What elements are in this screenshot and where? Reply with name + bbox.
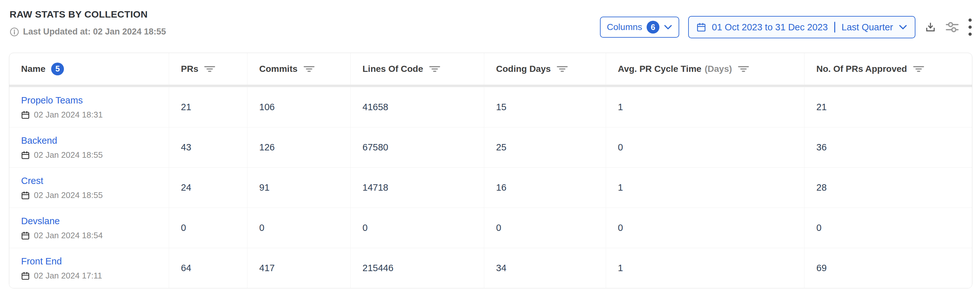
columns-count-badge: 6 bbox=[647, 21, 659, 33]
filter-lines-icon[interactable] bbox=[738, 65, 749, 73]
more-options-button[interactable] bbox=[968, 18, 972, 37]
prs-approved-cell: 0 bbox=[805, 208, 972, 248]
collection-name-cell: Devslane 02 Jan 2024 18:54 bbox=[9, 208, 169, 248]
column-label: Avg. PR Cycle Time bbox=[618, 64, 701, 74]
row-updated-text: 02 Jan 2024 17:11 bbox=[34, 271, 102, 281]
column-header-lines-of-code: Lines Of Code bbox=[351, 53, 484, 85]
calendar-icon bbox=[21, 272, 30, 280]
avg-pr-cycle-time-cell: 0 bbox=[606, 127, 805, 167]
prs-approved-cell: 36 bbox=[805, 127, 972, 167]
table-row: Crest 02 Jan 2024 18:55 24 91 14718 16 1… bbox=[9, 167, 972, 208]
commits-cell: 0 bbox=[247, 208, 351, 248]
calendar-icon bbox=[21, 191, 30, 200]
column-header-prs-approved: No. Of PRs Approved bbox=[805, 53, 972, 85]
row-updated-text: 02 Jan 2024 18:54 bbox=[34, 230, 103, 240]
columns-button-label: Columns bbox=[607, 22, 642, 32]
download-icon bbox=[924, 21, 937, 33]
download-button[interactable] bbox=[924, 21, 937, 33]
sliders-icon bbox=[945, 21, 959, 34]
chevron-down-icon bbox=[664, 24, 672, 30]
coding-days-cell: 0 bbox=[484, 208, 606, 248]
column-label: Name bbox=[21, 64, 45, 74]
lines-of-code-cell: 14718 bbox=[351, 168, 484, 208]
collection-name-cell: Front End 02 Jan 2024 17:11 bbox=[9, 248, 169, 288]
filter-lines-icon[interactable] bbox=[303, 65, 315, 73]
collection-link[interactable]: Crest bbox=[21, 176, 43, 186]
row-updated: 02 Jan 2024 18:31 bbox=[21, 110, 103, 120]
name-count-badge: 5 bbox=[51, 63, 64, 75]
coding-days-cell: 34 bbox=[484, 248, 606, 288]
commits-cell: 417 bbox=[247, 248, 351, 288]
page-title: RAW STATS BY COLLECTION bbox=[10, 9, 166, 20]
row-updated: 02 Jan 2024 18:54 bbox=[21, 230, 103, 240]
prs-cell: 0 bbox=[169, 208, 247, 248]
calendar-icon bbox=[21, 151, 30, 159]
collection-link[interactable]: Devslane bbox=[21, 216, 60, 226]
commits-cell: 91 bbox=[247, 168, 351, 208]
calendar-icon bbox=[697, 22, 706, 32]
row-updated-text: 02 Jan 2024 18:55 bbox=[34, 150, 103, 160]
column-header-commits: Commits bbox=[247, 53, 351, 85]
row-updated: 02 Jan 2024 18:55 bbox=[21, 150, 103, 160]
date-range-button[interactable]: 01 Oct 2023 to 31 Dec 2023 Last Quarter bbox=[688, 16, 915, 38]
table-row: Front End 02 Jan 2024 17:11 64 417 21544… bbox=[9, 248, 972, 288]
prs-approved-cell: 21 bbox=[805, 87, 972, 127]
row-updated: 02 Jan 2024 18:55 bbox=[21, 191, 103, 200]
calendar-icon bbox=[21, 231, 30, 240]
avg-pr-cycle-time-cell: 0 bbox=[606, 208, 805, 248]
table-settings-button[interactable] bbox=[945, 21, 959, 34]
header-controls: Columns 6 01 Oct 2023 to 31 Dec 2023 Las… bbox=[600, 16, 972, 38]
column-label: No. Of PRs Approved bbox=[816, 64, 907, 74]
button-divider bbox=[834, 22, 835, 33]
collection-name-cell: Crest 02 Jan 2024 18:55 bbox=[9, 168, 169, 208]
prs-approved-cell: 28 bbox=[805, 168, 972, 208]
last-updated-status: Last Updated at: 02 Jan 2024 18:55 bbox=[10, 27, 166, 37]
calendar-icon bbox=[21, 111, 30, 119]
commits-cell: 126 bbox=[247, 127, 351, 167]
column-label: PRs bbox=[181, 64, 198, 74]
collection-link[interactable]: Front End bbox=[21, 256, 62, 267]
lines-of-code-cell: 0 bbox=[351, 208, 484, 248]
column-header-name: Name 5 bbox=[9, 53, 169, 85]
row-updated-text: 02 Jan 2024 18:55 bbox=[34, 191, 103, 200]
table-row: Propelo Teams 02 Jan 2024 18:31 21 106 4… bbox=[9, 87, 972, 127]
columns-dropdown-button[interactable]: Columns 6 bbox=[600, 17, 679, 38]
raw-stats-panel: RAW STATS BY COLLECTION Last Updated at:… bbox=[0, 0, 980, 297]
filter-lines-icon[interactable] bbox=[204, 65, 215, 73]
info-icon bbox=[10, 27, 19, 37]
column-header-avg-pr-cycle-time: Avg. PR Cycle Time (Days) bbox=[606, 53, 805, 85]
commits-cell: 106 bbox=[247, 87, 351, 127]
date-range-text: 01 Oct 2023 to 31 Dec 2023 bbox=[712, 22, 828, 33]
row-updated: 02 Jan 2024 17:11 bbox=[21, 271, 102, 281]
kebab-menu-icon bbox=[968, 18, 972, 37]
table-row: Backend 02 Jan 2024 18:55 43 126 67580 2… bbox=[9, 127, 972, 167]
column-label: Coding Days bbox=[496, 64, 551, 74]
prs-cell: 24 bbox=[169, 168, 247, 208]
stats-table: Name 5 PRs Commits Lines Of Code Coding … bbox=[9, 53, 972, 288]
coding-days-cell: 16 bbox=[484, 168, 606, 208]
prs-approved-cell: 69 bbox=[805, 248, 972, 288]
column-header-prs: PRs bbox=[169, 53, 247, 85]
date-preset-label: Last Quarter bbox=[842, 22, 893, 33]
coding-days-cell: 25 bbox=[484, 127, 606, 167]
column-label: Lines Of Code bbox=[363, 64, 423, 74]
avg-pr-cycle-time-cell: 1 bbox=[606, 168, 805, 208]
last-updated-text: Last Updated at: 02 Jan 2024 18:55 bbox=[23, 27, 166, 37]
lines-of-code-cell: 41658 bbox=[351, 87, 484, 127]
collection-link[interactable]: Propelo Teams bbox=[21, 95, 83, 106]
column-header-coding-days: Coding Days bbox=[484, 53, 606, 85]
title-block: RAW STATS BY COLLECTION Last Updated at:… bbox=[10, 9, 166, 37]
filter-lines-icon[interactable] bbox=[429, 65, 441, 73]
avg-pr-cycle-time-cell: 1 bbox=[606, 248, 805, 288]
table-header-row: Name 5 PRs Commits Lines Of Code Coding … bbox=[9, 53, 972, 87]
row-updated-text: 02 Jan 2024 18:31 bbox=[34, 110, 103, 120]
filter-lines-icon[interactable] bbox=[557, 65, 568, 73]
collection-link[interactable]: Backend bbox=[21, 135, 57, 146]
table-row: Devslane 02 Jan 2024 18:54 0 0 0 0 0 0 bbox=[9, 208, 972, 248]
column-label-suffix: (Days) bbox=[705, 64, 732, 74]
filter-lines-icon[interactable] bbox=[913, 65, 924, 73]
chevron-down-icon bbox=[899, 24, 907, 30]
collection-name-cell: Propelo Teams 02 Jan 2024 18:31 bbox=[9, 87, 169, 127]
lines-of-code-cell: 215446 bbox=[351, 248, 484, 288]
avg-pr-cycle-time-cell: 1 bbox=[606, 87, 805, 127]
